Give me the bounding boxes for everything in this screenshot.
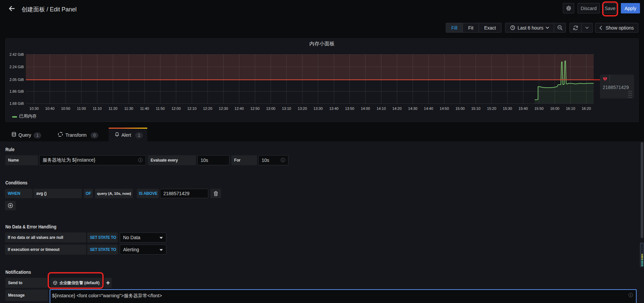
svg-text:13:30: 13:30	[314, 106, 323, 111]
svg-text:15:20: 15:20	[487, 106, 496, 111]
svg-text:16:10: 16:10	[566, 106, 575, 111]
svg-text:16:20: 16:20	[582, 106, 591, 111]
svg-text:14:00: 14:00	[361, 106, 370, 111]
svg-text:13:50: 13:50	[345, 106, 355, 111]
svg-text:12:40: 12:40	[234, 106, 244, 111]
svg-text:10:40: 10:40	[45, 106, 55, 111]
svg-text:14:20: 14:20	[392, 106, 402, 111]
svg-text:11:40: 11:40	[140, 106, 149, 111]
svg-text:15:00: 15:00	[455, 106, 465, 111]
svg-text:11:20: 11:20	[108, 106, 117, 111]
svg-text:2.42 GiB: 2.42 GiB	[9, 52, 24, 56]
svg-text:14:50: 14:50	[440, 106, 449, 111]
svg-text:1.86 GiB: 1.86 GiB	[9, 89, 24, 93]
svg-text:15:50: 15:50	[534, 106, 544, 111]
svg-text:14:30: 14:30	[408, 106, 418, 111]
svg-text:12:20: 12:20	[203, 106, 212, 111]
svg-text:11:50: 11:50	[156, 106, 165, 111]
svg-text:15:10: 15:10	[471, 106, 481, 111]
svg-text:1.68 GiB: 1.68 GiB	[9, 101, 24, 105]
svg-text:13:10: 13:10	[282, 106, 291, 111]
svg-text:13:00: 13:00	[266, 106, 275, 111]
svg-text:12:10: 12:10	[187, 106, 197, 111]
svg-text:10:50: 10:50	[61, 106, 70, 111]
svg-text:11:30: 11:30	[124, 106, 133, 111]
svg-text:10:30: 10:30	[30, 106, 39, 111]
svg-text:2.05 GiB: 2.05 GiB	[9, 78, 24, 82]
svg-text:14:40: 14:40	[424, 106, 433, 111]
svg-text:12:00: 12:00	[171, 106, 181, 111]
svg-text:16:00: 16:00	[550, 106, 559, 111]
svg-text:11:10: 11:10	[93, 106, 102, 111]
svg-text:13:40: 13:40	[329, 106, 339, 111]
svg-text:13:20: 13:20	[298, 106, 307, 111]
svg-text:2.24 GiB: 2.24 GiB	[9, 65, 24, 69]
svg-text:15:40: 15:40	[519, 106, 528, 111]
svg-text:12:30: 12:30	[219, 106, 228, 111]
svg-text:15:30: 15:30	[503, 106, 512, 111]
svg-text:12:50: 12:50	[250, 106, 260, 111]
svg-text:11:00: 11:00	[77, 106, 86, 111]
svg-text:14:10: 14:10	[377, 106, 386, 111]
